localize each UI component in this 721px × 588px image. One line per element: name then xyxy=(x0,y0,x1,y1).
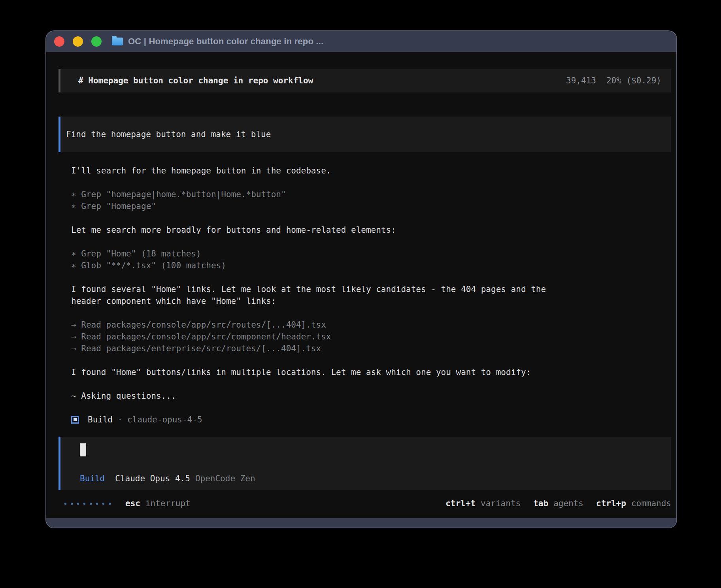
tool-call-glob: ∗ Glob "**/*.tsx" (100 matches) xyxy=(71,260,671,271)
agent-status-row: Build · claude-opus-4-5 xyxy=(71,414,671,426)
variants-label: variants xyxy=(481,499,521,508)
tool-call-grep: ∗ Grep "Homepage" xyxy=(71,200,671,212)
window-titlebar[interactable]: OC | Homepage button color change in rep… xyxy=(46,31,676,52)
prompt-input[interactable]: Build Claude Opus 4.5 OpenCode Zen xyxy=(59,437,671,490)
window-bottom-edge xyxy=(46,518,676,528)
dot-separator: · xyxy=(117,415,123,424)
assistant-text-line: I found several "Home" links. Let me loo… xyxy=(71,283,671,295)
terminal-content: # Homepage button color change in repo w… xyxy=(46,52,676,518)
tool-call-grep: ∗ Grep "homepage|home.*button|Home.*butt… xyxy=(71,188,671,200)
assistant-text-line: Let me search more broadly for buttons a… xyxy=(71,224,671,236)
minimize-window-button[interactable] xyxy=(73,36,83,47)
session-stats: 39,413 20% ($0.29) xyxy=(566,76,661,85)
assistant-status-line: ~ Asking questions... xyxy=(71,390,671,402)
spinner-dots xyxy=(64,503,111,505)
agent-model: claude-opus-4-5 xyxy=(127,415,202,424)
assistant-text-line: I found "Home" buttons/links in multiple… xyxy=(71,366,671,378)
hint-commands: ctrl+p commands xyxy=(596,499,671,508)
session-header: # Homepage button color change in repo w… xyxy=(59,69,671,92)
user-message-text: Find the homepage button and make it blu… xyxy=(66,130,271,139)
hint-interrupt: esc interrupt xyxy=(125,499,191,508)
text-cursor xyxy=(80,443,86,456)
assistant-text-line: header component which have "Home" links… xyxy=(71,295,671,307)
close-window-button[interactable] xyxy=(54,36,64,47)
agent-icon xyxy=(71,416,79,424)
zoom-window-button[interactable] xyxy=(91,36,102,47)
terminal-window: OC | Homepage button color change in rep… xyxy=(45,30,677,528)
agents-label: agents xyxy=(553,499,583,508)
user-message: Find the homepage button and make it blu… xyxy=(59,117,671,152)
prompt-meta: Build Claude Opus 4.5 OpenCode Zen xyxy=(80,473,671,484)
hint-agents: tab agents xyxy=(533,499,583,508)
tab-key: tab xyxy=(533,499,548,508)
status-bar-right: ctrl+t variants tab agents ctrl+p comman… xyxy=(445,499,671,508)
hint-variants: ctrl+t variants xyxy=(445,499,521,508)
window-title: OC | Homepage button color change in rep… xyxy=(128,36,323,47)
tool-call-read: → Read packages/enterprise/src/routes/[.… xyxy=(71,343,671,354)
tool-call-read: → Read packages/console/app/src/componen… xyxy=(71,331,671,343)
tool-call-grep: ∗ Grep "Home" (18 matches) xyxy=(71,248,671,260)
ctrl-t-key: ctrl+t xyxy=(445,499,476,508)
assistant-text-line: I'll search for the homepage button in t… xyxy=(71,165,671,177)
status-bar: esc interrupt ctrl+t variants tab agents… xyxy=(59,498,671,509)
prompt-model-label[interactable]: Claude Opus 4.5 xyxy=(115,473,190,484)
tool-call-read: → Read packages/console/app/src/routes/[… xyxy=(71,319,671,331)
ctrl-p-key: ctrl+p xyxy=(596,499,626,508)
session-title: # Homepage button color change in repo w… xyxy=(78,76,313,85)
esc-label: interrupt xyxy=(145,499,191,508)
agent-name: Build xyxy=(88,415,113,424)
assistant-transcript: I'll search for the homepage button in t… xyxy=(71,165,671,402)
esc-key: esc xyxy=(125,499,140,508)
token-count: 39,413 xyxy=(566,76,596,85)
commands-label: commands xyxy=(631,499,671,508)
status-bar-left: esc interrupt xyxy=(64,499,191,508)
window-controls xyxy=(54,36,102,47)
prompt-agent-label[interactable]: Build xyxy=(80,473,105,484)
prompt-provider-label: OpenCode Zen xyxy=(195,473,255,484)
folder-icon xyxy=(112,38,123,45)
context-usage: 20% ($0.29) xyxy=(606,76,661,85)
